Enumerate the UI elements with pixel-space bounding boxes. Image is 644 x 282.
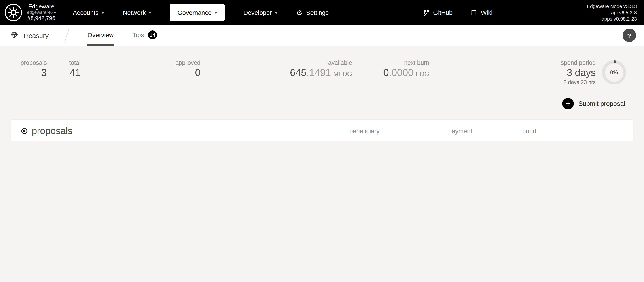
treasury-summary: proposals 3 total 41 approved 0 availabl… [0,46,644,85]
column-header-beneficiary: beneficiary [336,127,418,135]
tips-count-badge: 14 [148,30,157,39]
actions-row: + Submit proposal [0,85,644,109]
column-header-bond: bond [472,127,537,135]
submit-proposal-button[interactable]: Submit proposal [578,100,625,107]
apps-version: apps v0.98.2-23 [587,16,637,22]
network-name: Edgeware [28,3,54,10]
chevron-down-icon: ▾ [102,10,104,15]
section-title: Treasury [11,25,48,46]
chevron-down-icon: ▾ [54,11,56,15]
section-bullet-icon [21,128,28,134]
section-tab-bar: Treasury Overview Tips14 ? [0,25,644,46]
page: Edgeware edgeware/46▾ #8,942,796 Account… [0,0,644,141]
menu-governance[interactable]: Governance▾ [170,4,225,21]
menu-accounts[interactable]: Accounts▾ [73,4,104,21]
wiki-link[interactable]: Wiki [470,9,492,16]
stat-approved: approved 0 [175,59,200,78]
version-info: Edgeware Node v3.3.3 api v6.5.3-8 apps v… [587,3,637,22]
menu-settings[interactable]: ⚙Settings [296,3,329,22]
api-version: api v6.5.3-8 [587,9,637,16]
gear-icon: ⚙ [296,8,302,17]
github-link[interactable]: GitHub [423,9,452,16]
proposals-section-title: proposals [11,126,336,136]
question-mark-icon: ? [627,31,631,39]
edgeware-logo-icon [4,3,22,21]
endpoint-selector[interactable]: edgeware/46▾ [27,10,56,15]
proposals-table: proposals beneficiary payment bond 19 ✓ … [11,119,633,141]
stat-proposals: proposals 3 [20,59,47,78]
top-nav-bar: Edgeware edgeware/46▾ #8,942,796 Account… [0,0,644,25]
column-header-payment: payment [418,127,472,135]
wiki-book-icon [470,9,477,16]
network-selector[interactable]: Edgeware edgeware/46▾ #8,942,796 [4,3,56,22]
spend-period-percent: 0% [605,63,623,82]
github-branch-icon [423,9,430,16]
help-button[interactable]: ? [622,29,636,42]
chevron-down-icon: ▾ [275,10,277,15]
stat-spend-period: spend period 3 days 2 days 23 hrs 0% [561,59,626,85]
treasury-gem-icon [11,32,18,39]
tab-overview[interactable]: Overview [86,25,114,46]
tab-tips[interactable]: Tips14 [132,25,158,46]
menu-developer[interactable]: Developer▾ [243,4,277,21]
stat-total: total 41 [69,59,80,78]
spend-period-progress-ring: 0% [602,60,626,84]
chevron-down-icon: ▾ [149,10,151,15]
chevron-down-icon: ▾ [215,10,217,15]
divider [64,28,69,42]
tabs: Overview Tips14 [86,25,158,46]
plus-icon[interactable]: + [562,98,574,109]
external-links: GitHub Wiki [423,9,492,16]
main-menu: Accounts▾ Network▾ Governance▾ Developer… [73,3,329,22]
stat-next-burn: next burn 0.0000EDG [383,59,429,78]
menu-network[interactable]: Network▾ [123,4,151,21]
proposals-table-header: proposals beneficiary payment bond [11,120,633,141]
node-version: Edgeware Node v3.3.3 [587,3,637,9]
stat-available: available 645.1491MEDG [290,59,352,78]
best-block-number: #8,942,796 [27,15,55,22]
